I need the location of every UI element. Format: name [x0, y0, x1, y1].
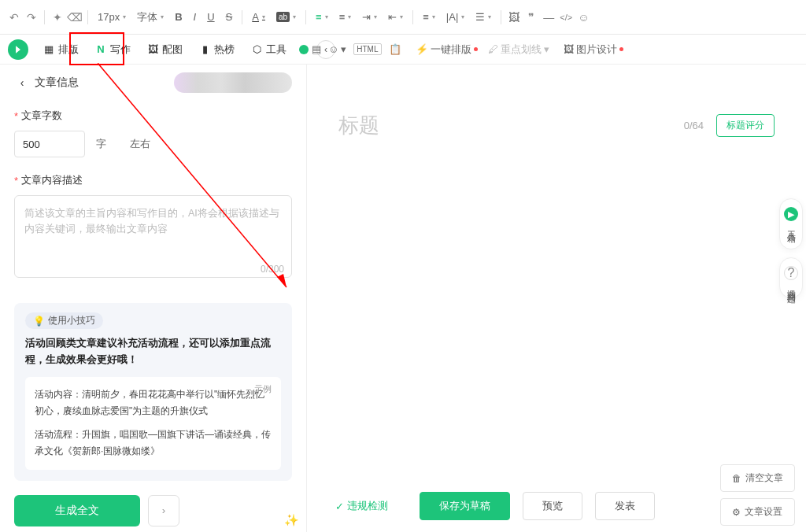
- example-p1: 活动内容：清明前夕，春田花花高中举行以"缅怀先烈忆初心，赓续血脉志爱国"为主题的…: [35, 386, 272, 420]
- desc-counter: 0/300: [261, 264, 284, 275]
- hr-icon[interactable]: —: [542, 11, 555, 24]
- list-button[interactable]: ≡▾: [336, 9, 355, 25]
- html-button[interactable]: HTML: [353, 43, 381, 55]
- write-icon: N: [94, 43, 107, 56]
- clear-format-icon[interactable]: ⌫: [68, 11, 81, 24]
- bold-button[interactable]: B: [172, 9, 185, 25]
- paste-icon[interactable]: 📋: [386, 42, 405, 57]
- faq-button[interactable]: ? 遇到问题: [779, 257, 803, 298]
- logo-icon[interactable]: [8, 39, 28, 60]
- tab-write[interactable]: N 写作: [87, 35, 139, 65]
- settings-icon: ⚙: [732, 507, 741, 518]
- format-painter-icon[interactable]: ✦: [51, 11, 64, 24]
- toolbox-button[interactable]: ▶ 工具箱 ←: [779, 198, 803, 249]
- line-spacing-button[interactable]: ≡▾: [420, 9, 438, 25]
- tips-box: 💡使用小技巧 活动回顾类文章建议补充活动流程，还可以添加重点流程，生成效果会更好…: [14, 303, 292, 481]
- auto-layout-button[interactable]: ⚡一键排版: [412, 41, 481, 58]
- redo-icon[interactable]: ↷: [25, 11, 38, 24]
- trash-icon: 🗑: [732, 473, 741, 484]
- quote-icon[interactable]: ❞: [525, 11, 538, 24]
- code-icon[interactable]: </>: [560, 11, 572, 24]
- tab-layout[interactable]: ▦ 排版: [35, 35, 87, 65]
- font-size-select[interactable]: 17px▾: [94, 9, 129, 25]
- ai-icon[interactable]: ✨: [284, 513, 298, 527]
- word-count-label: *文章字数: [14, 109, 292, 123]
- margin-button[interactable]: ☰▾: [472, 9, 494, 25]
- outdent-button[interactable]: ⇤▾: [385, 9, 406, 25]
- example-label: 示例: [254, 383, 272, 395]
- violation-check-button[interactable]: ✓违规检测: [316, 493, 407, 519]
- bg-color-button[interactable]: ab▾: [273, 9, 299, 24]
- blurred-content: [174, 72, 292, 93]
- title-row: 标题 0/64 标题评分: [307, 65, 806, 155]
- title-input[interactable]: 标题: [338, 112, 671, 139]
- main-toolbar: ↶ ↷ ✦ ⌫ 17px▾ 字体▾ B I U S A▾ ab▾ ≡▾ ≡▾ ⇥…: [0, 0, 806, 35]
- word-count-unit2: 左右: [130, 137, 150, 151]
- article-settings-button[interactable]: ⚙文章设置: [720, 498, 795, 526]
- clear-article-button[interactable]: 🗑清空文章: [720, 464, 795, 492]
- hot-icon: ▮: [198, 43, 211, 56]
- image-design-button[interactable]: 🖼图片设计: [560, 41, 627, 58]
- next-button[interactable]: ›: [148, 495, 179, 526]
- tips-main-text: 活动回顾类文章建议补充活动流程，还可以添加重点流程，生成效果会更好哦！: [25, 335, 281, 369]
- desc-textarea[interactable]: [14, 195, 292, 278]
- italic-button[interactable]: I: [190, 9, 200, 25]
- image-tab-icon: 🖼: [146, 43, 159, 56]
- arrow-left-icon: ←: [787, 232, 795, 241]
- toolbox-icon: ▶: [784, 207, 798, 221]
- right-actions: 🗑清空文章 ⚙文章设置: [720, 464, 795, 526]
- title-score-button[interactable]: 标题评分: [716, 114, 775, 137]
- undo-icon[interactable]: ↶: [8, 11, 20, 24]
- publish-button[interactable]: 发表: [595, 492, 655, 520]
- example-p2: 活动流程：升国旗，唱国歌—国旗下讲话—诵读经典，传承文化《贺新郎·国脉微如缕》: [35, 427, 272, 460]
- underline-button[interactable]: U: [204, 9, 217, 25]
- sidebar-footer: 生成全文 ›: [14, 495, 292, 526]
- layout-icon: ▦: [43, 43, 55, 56]
- word-count-unit1: 字: [96, 137, 106, 151]
- align-button[interactable]: ≡▾: [312, 9, 331, 25]
- title-counter: 0/64: [684, 120, 704, 131]
- editor-area: 标题 0/64 标题评分: [307, 65, 806, 485]
- generate-button[interactable]: 生成全文: [14, 495, 140, 526]
- emoji2-icon[interactable]: ☺▾: [325, 42, 349, 57]
- calendar-icon[interactable]: ▤: [312, 43, 321, 55]
- letter-spacing-button[interactable]: |A|▾: [443, 9, 468, 25]
- sidebar-panel: ‹ 文章信息 *文章字数 字 左右 *文章内容描述 0/300 💡使用小技巧 活…: [0, 65, 307, 532]
- panel-header: ‹ 文章信息: [14, 72, 292, 93]
- text-color-button[interactable]: A▾: [249, 9, 268, 25]
- tools-icon: ⬡: [250, 43, 263, 56]
- indent-button[interactable]: ⇥▾: [359, 9, 380, 25]
- image-icon[interactable]: 🖼: [508, 11, 520, 24]
- editor-toolbar: ▤ ☺▾ HTML 📋 ⚡一键排版 🖊重点划线▾ 🖼图片设计: [307, 35, 806, 65]
- tab-tools[interactable]: ⬡ 工具: [242, 35, 294, 65]
- tab-hot[interactable]: ▮ 热榜: [190, 35, 242, 65]
- word-count-input[interactable]: [14, 131, 85, 157]
- editor-footer: ✓违规检测 保存为草稿 预览 发表: [307, 486, 664, 526]
- tips-badge: 💡使用小技巧: [25, 312, 103, 329]
- tab-image[interactable]: 🖼 配图: [139, 35, 190, 65]
- font-family-select[interactable]: 字体▾: [134, 8, 167, 27]
- highlight-button[interactable]: 🖊重点划线▾: [485, 41, 553, 58]
- question-icon: ?: [784, 266, 798, 280]
- panel-title: 文章信息: [35, 76, 79, 90]
- emoji-icon[interactable]: ☺: [577, 11, 590, 24]
- strikethrough-button[interactable]: S: [223, 9, 236, 25]
- right-sidebar: ▶ 工具箱 ← ? 遇到问题: [779, 198, 803, 306]
- desc-label: *文章内容描述: [14, 173, 292, 187]
- tips-example: 示例 活动内容：清明前夕，春田花花高中举行以"缅怀先烈忆初心，赓续血脉志爱国"为…: [25, 377, 281, 470]
- word-count-row: 字 左右: [14, 131, 292, 157]
- preview-button[interactable]: 预览: [523, 492, 582, 520]
- save-draft-button[interactable]: 保存为草稿: [420, 492, 510, 520]
- back-button[interactable]: ‹: [14, 75, 30, 91]
